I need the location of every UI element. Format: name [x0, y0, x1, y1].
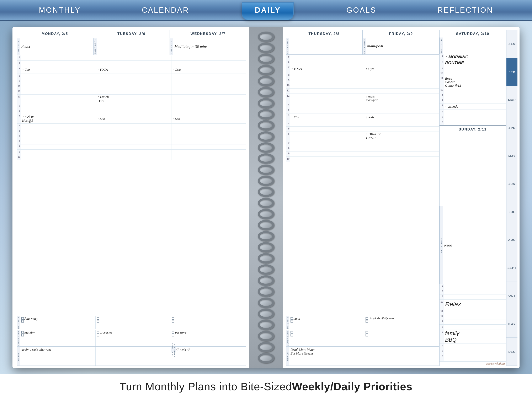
secondary-wed-text: pet store: [175, 331, 186, 334]
month-jan[interactable]: JAN: [507, 30, 518, 58]
cell-5pm-wed: [171, 129, 246, 134]
secondary-label: SECONDARY: [17, 330, 20, 346]
goal-label-thu: DAILY GOAL: [286, 38, 289, 54]
secondary-row: SECONDARY laundry: [17, 330, 246, 347]
time-row-5pm: 5: [17, 129, 246, 134]
time-row-7pm: 7: [17, 139, 246, 145]
tab-calendar[interactable]: CALENDAR: [133, 4, 197, 17]
cell-10-tue: [96, 84, 171, 89]
secondary-fri: [364, 330, 439, 346]
notes-tue: [95, 347, 171, 366]
cell-7pm-mon: [21, 139, 96, 144]
ring-1: [258, 32, 274, 42]
priority-fri-text: Drop kids off @moms: [368, 317, 394, 320]
gratitude-label: GRATITUDE THOUGHTS: [171, 347, 176, 352]
month-jun[interactable]: JUN: [507, 170, 518, 198]
month-oct[interactable]: OCT: [507, 282, 518, 310]
cell-6-thu: [290, 132, 365, 141]
ring-15: [258, 187, 274, 197]
month-dec[interactable]: DEC: [507, 338, 518, 366]
goal-label-fri: DAILY GOAL: [363, 38, 366, 54]
time-row-8pm: 8: [17, 145, 246, 150]
tab-daily[interactable]: DAILY: [242, 2, 294, 20]
priority-mon-text: Pharmacy: [24, 317, 38, 320]
cell-9-wed: [171, 79, 246, 84]
ring-30: [258, 353, 274, 363]
cell-1-wed: [171, 104, 246, 109]
notes-wed: GRATITUDE THOUGHTS ♡ Kids ♡: [171, 347, 246, 366]
month-aug[interactable]: AUG: [507, 226, 518, 254]
cell-8pm-mon: [21, 145, 96, 149]
cell-6-wed: [171, 61, 246, 66]
book-container: MONDAY, 2/5 TUESDAY, 2/6 WEDNESDAY, 2/7 …: [13, 27, 519, 368]
time-row-1: 1: [17, 104, 246, 109]
time-row-8: 8: [17, 74, 246, 79]
time-row-6: 6: [17, 61, 246, 66]
ring-22: [258, 264, 274, 275]
cell-1-tue: [96, 104, 171, 109]
ring-10: [258, 131, 274, 142]
month-may[interactable]: MAY: [507, 142, 518, 170]
cell-7-thu: ↑ YOGA: [290, 65, 365, 73]
secondary-cells: laundry groceries: [20, 330, 246, 346]
time-1: 1: [17, 104, 21, 109]
cell-1-mon: [21, 104, 96, 109]
goal-label-sun: DAILY GOAL: [439, 206, 443, 284]
cell-10pm-tue: [96, 155, 171, 160]
header-sunday: SUNDAY, 2/11: [439, 126, 506, 207]
ring-5: [258, 76, 274, 86]
secondary-thu: [289, 330, 364, 346]
month-nov[interactable]: NOV: [507, 310, 518, 338]
priority-cells: Pharmacy: [20, 316, 246, 329]
time-8: 8: [17, 74, 21, 79]
tab-reflection[interactable]: REFLECTION: [429, 4, 501, 17]
priority-label: PRIORITY: [17, 316, 20, 329]
time-8pm: 8: [17, 145, 21, 149]
ring-23: [258, 275, 274, 286]
page-left: MONDAY, 2/5 TUESDAY, 2/6 WEDNESDAY, 2/7 …: [13, 27, 249, 368]
left-header-row: MONDAY, 2/5 TUESDAY, 2/6 WEDNESDAY, 2/7: [17, 30, 246, 38]
goal-monday: DAILY GOAL React: [17, 38, 93, 55]
cell-8pm-wed: [171, 145, 246, 149]
cell-6-tue: [96, 61, 171, 66]
month-sept[interactable]: SEPT: [507, 254, 518, 282]
cell-8-mon: [21, 74, 96, 79]
ring-28: [258, 331, 274, 341]
month-apr[interactable]: APR: [507, 114, 518, 142]
header-thursday: THURSDAY, 2/8: [286, 30, 363, 38]
cell-8-tue: [96, 74, 171, 79]
notes-row: NOTES go for a walk after yoga GRATITUDE…: [17, 347, 246, 366]
priority-wed: [171, 316, 246, 329]
cell-9-mon: [21, 79, 96, 84]
cell-5pm-tue: [96, 129, 171, 134]
month-jul[interactable]: JUL: [507, 198, 518, 226]
month-mar[interactable]: MAR: [507, 86, 518, 114]
goal-text-sat: [443, 38, 506, 54]
tab-monthly[interactable]: MONTHLY: [31, 4, 89, 17]
cell-6-mon: [21, 61, 96, 66]
cell-12-thu: [290, 94, 365, 103]
sat-sun-section: SATURDAY, 2/10 DAILY GOAL 7: [439, 30, 506, 366]
cell-10pm-wed: [171, 155, 246, 160]
notes-mon: go for a walk after yoga: [20, 347, 95, 366]
secondary-tue: groceries: [95, 330, 171, 346]
cell-12-tue: ↑ LunchDate: [96, 95, 171, 104]
time-4: 4: [17, 124, 21, 129]
ring-29: [258, 342, 274, 352]
cell-12-mon: [21, 95, 96, 104]
ring-27: [258, 320, 274, 330]
goal-label-sat: DAILY GOAL: [439, 38, 443, 54]
secondary-tue-text: groceries: [100, 331, 112, 334]
cell-5-tue: [96, 56, 171, 60]
page-right: THURSDAY, 2/8 FRIDAY, 2/9 DAILY GOAL: [283, 27, 519, 368]
cell-3-mon: ↑ pick upkids @3: [21, 114, 96, 123]
tab-goals[interactable]: GOALS: [338, 4, 385, 17]
cell-7-mon: ↑ Gym: [21, 66, 96, 74]
ring-18: [258, 220, 274, 230]
nav-bar: MONTHLY CALENDAR DAILY GOALS REFLECTION: [0, 0, 532, 21]
time-6: 6: [17, 61, 21, 66]
time-row-10: 10: [17, 84, 246, 89]
left-time-grid: 5 6 7 ↑ Gym ↑ YOGA: [17, 56, 246, 315]
ring-16: [258, 198, 274, 208]
month-feb[interactable]: FEB: [507, 58, 518, 86]
